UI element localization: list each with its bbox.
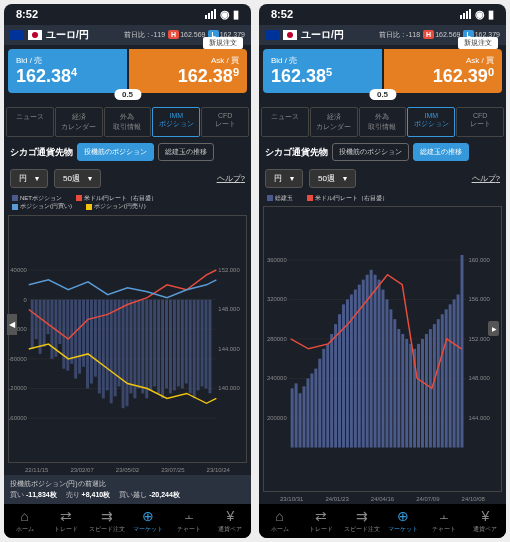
nav-chart[interactable]: ⫠チャート <box>169 508 210 534</box>
svg-text:-120000: -120000 <box>9 385 27 391</box>
ask-label: Ask / 買 <box>392 55 495 66</box>
svg-rect-81 <box>346 300 349 448</box>
status-icons: ◉ ▮ <box>460 8 494 21</box>
svg-rect-27 <box>114 299 117 396</box>
spread-badge: 0.5 <box>114 89 141 100</box>
status-bar: 8:52 ◉ ▮ <box>259 4 506 25</box>
bid-button[interactable]: Bid / 売 162.385 <box>263 49 382 93</box>
svg-rect-44 <box>181 299 184 388</box>
clock: 8:52 <box>271 8 293 21</box>
svg-rect-19 <box>82 299 85 366</box>
subtab-speculative[interactable]: 投機筋のポジション <box>77 143 154 161</box>
chevron-down-icon: ▾ <box>290 174 294 183</box>
nav-trade[interactable]: ⇄トレード <box>45 508 86 534</box>
svg-rect-96 <box>405 339 408 448</box>
filter-row: 円▾ 50週▾ ヘルプ? <box>259 165 506 192</box>
nav-speed[interactable]: ⇉スピード注文 <box>86 508 127 534</box>
pair-name[interactable]: ユーロ/円 <box>301 28 344 42</box>
period-select[interactable]: 50週▾ <box>54 169 101 188</box>
x-axis-labels: 22/11/1523/02/0723/05/0223/07/2523/10/24 <box>4 465 251 475</box>
flag-eu-icon <box>10 30 24 40</box>
nav-trade[interactable]: ⇄トレード <box>300 508 341 534</box>
tab-news[interactable]: ニュース <box>6 107 54 137</box>
currency-select[interactable]: 円▾ <box>10 169 48 188</box>
tab-imm[interactable]: IMM ポジション <box>152 107 200 137</box>
svg-rect-69 <box>299 394 302 448</box>
svg-rect-31 <box>129 299 132 393</box>
status-icons: ◉ ▮ <box>205 8 239 21</box>
scroll-indicator[interactable]: ▶ <box>488 321 499 336</box>
ask-button[interactable]: Ask / 買 162.390 <box>384 49 503 93</box>
tab-calendar[interactable]: 経済 カレンダー <box>55 107 103 137</box>
flag-jp-icon <box>28 30 42 40</box>
new-order-button[interactable]: 新規注文 <box>203 37 243 49</box>
svg-rect-29 <box>122 299 125 408</box>
nav-market[interactable]: ⊕マーケット <box>128 508 169 534</box>
nav-home[interactable]: ⌂ホーム <box>4 508 45 534</box>
nav-pairs[interactable]: ¥通貨ペア <box>465 508 506 534</box>
svg-rect-23 <box>98 299 101 393</box>
svg-rect-13 <box>58 299 61 343</box>
svg-rect-72 <box>310 374 313 448</box>
filter-row: 円▾ 50週▾ ヘルプ? <box>4 165 251 192</box>
svg-rect-80 <box>342 305 345 448</box>
tab-calendar[interactable]: 経済 カレンダー <box>310 107 358 137</box>
nav-pairs[interactable]: ¥通貨ペア <box>210 508 251 534</box>
period-select[interactable]: 50週▾ <box>309 169 356 188</box>
bid-label: Bid / 売 <box>271 55 374 66</box>
chart-area[interactable]: 360000320000280000240000200000 160.00015… <box>263 206 502 492</box>
chart-legend: NETポジション 米ドル/円レート（右目盛） ポジション(円買い) ポジション(… <box>4 192 251 213</box>
tab-fx-info[interactable]: 外為 取引情報 <box>359 107 407 137</box>
chart-area[interactable]: 400000-40000-80000-120000-160000 152.000… <box>8 215 247 463</box>
svg-rect-11 <box>50 299 53 358</box>
help-link[interactable]: ヘルプ? <box>217 173 245 184</box>
tab-cfd[interactable]: CFD レート <box>201 107 249 137</box>
svg-rect-70 <box>303 387 306 448</box>
new-order-button[interactable]: 新規注文 <box>458 37 498 49</box>
svg-rect-92 <box>389 310 392 448</box>
nav-chart[interactable]: ⫠チャート <box>424 508 465 534</box>
nav-market[interactable]: ⊕マーケット <box>383 508 424 534</box>
main-tabs: ニュース 経済 カレンダー 外為 取引情報 IMM ポジション CFD レート <box>4 105 251 139</box>
flag-jp-icon <box>283 30 297 40</box>
market-icon: ⊕ <box>128 508 169 524</box>
spread-badge: 0.5 <box>369 89 396 100</box>
tab-fx-info[interactable]: 外為 取引情報 <box>104 107 152 137</box>
ask-button[interactable]: Ask / 買 162.389 <box>129 49 248 93</box>
bid-price: 162.384 <box>16 66 119 87</box>
status-bar: 8:52 ◉ ▮ <box>4 4 251 25</box>
bid-label: Bid / 売 <box>16 55 119 66</box>
svg-rect-20 <box>86 299 89 388</box>
svg-rect-71 <box>306 379 309 448</box>
svg-rect-26 <box>110 299 113 403</box>
svg-text:200000: 200000 <box>267 415 287 421</box>
subtab-total[interactable]: 総建玉の推移 <box>158 143 214 161</box>
svg-rect-28 <box>118 299 121 386</box>
svg-rect-88 <box>374 275 377 448</box>
svg-text:280000: 280000 <box>267 336 287 342</box>
svg-text:140.000: 140.000 <box>218 385 240 391</box>
nav-speed[interactable]: ⇉スピード注文 <box>341 508 382 534</box>
subtab-speculative[interactable]: 投機筋のポジション <box>332 143 409 161</box>
sub-header: シカゴ通貨先物 投機筋のポジション 総建玉の推移 <box>259 139 506 165</box>
svg-rect-50 <box>205 299 208 388</box>
market-icon: ⊕ <box>383 508 424 524</box>
tab-cfd[interactable]: CFD レート <box>456 107 504 137</box>
wifi-icon: ◉ <box>475 8 485 21</box>
nav-home[interactable]: ⌂ホーム <box>259 508 300 534</box>
svg-rect-108 <box>453 300 456 448</box>
svg-rect-67 <box>291 389 294 448</box>
svg-text:160.000: 160.000 <box>468 257 490 263</box>
tab-imm[interactable]: IMM ポジション <box>407 107 455 137</box>
currency-select[interactable]: 円▾ <box>265 169 303 188</box>
help-link[interactable]: ヘルプ? <box>472 173 500 184</box>
bid-button[interactable]: Bid / 売 162.384 <box>8 49 127 93</box>
help-icon: ? <box>496 174 500 183</box>
pair-name[interactable]: ユーロ/円 <box>46 28 89 42</box>
tab-news[interactable]: ニュース <box>261 107 309 137</box>
subtab-total[interactable]: 総建玉の推移 <box>413 143 469 161</box>
chart-icon: ⫠ <box>169 508 210 524</box>
chart-prev-button[interactable]: ◀ <box>7 314 17 335</box>
bottom-nav: ⌂ホーム ⇄トレード ⇉スピード注文 ⊕マーケット ⫠チャート ¥通貨ペア <box>4 504 251 538</box>
svg-rect-95 <box>401 334 404 448</box>
